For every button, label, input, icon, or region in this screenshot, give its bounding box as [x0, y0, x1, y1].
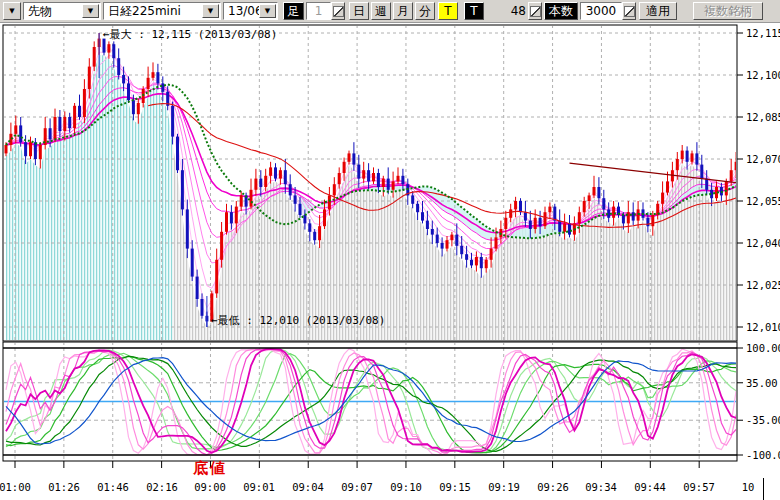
chevron-down-icon: ▼ — [82, 4, 99, 18]
window-edge-divider — [763, 478, 764, 500]
symbol-select[interactable]: 日経225mini ▼ — [103, 2, 221, 20]
toolbar: ▼ 先物 ▼ 日経225mini ▼ 13/06 ▼ 足 1 日 週 月 分 T… — [0, 0, 780, 23]
price-axis-label: 12,010 — [746, 321, 780, 333]
price-axis-label: 12,040 — [746, 237, 780, 249]
price-axis-label: 12,055 — [746, 195, 780, 207]
multi-symbol-button[interactable]: 複数銘柄 — [693, 2, 763, 20]
tick-count-spinner[interactable] — [528, 2, 542, 20]
time-axis-label: 09:04 — [288, 481, 328, 493]
time-axis-label: 09:00 — [190, 481, 230, 493]
apply-button[interactable]: 適用 — [639, 2, 677, 20]
time-axis-label: 09:57 — [679, 481, 719, 493]
price-axis-label: 12,085 — [746, 111, 780, 123]
tick-mode-button[interactable]: T — [464, 2, 484, 20]
bar-count-button[interactable]: 本数 — [544, 2, 578, 20]
symbol-value: 日経225mini — [108, 5, 181, 17]
time-axis-label: 01:00 — [0, 481, 35, 493]
time-axis-label: 09:10 — [386, 481, 426, 493]
low-annotation: ←最低 : 12,010 (2013/03/08) — [211, 313, 385, 328]
contract-month-select[interactable]: 13/06 ▼ — [223, 2, 278, 20]
oscillator-axis-label: 100.00 — [746, 342, 780, 354]
category-value: 先物 — [28, 5, 52, 17]
time-axis-label: 02:16 — [142, 481, 182, 493]
time-axis-label: 10 — [728, 481, 768, 493]
price-axis-label: 12,070 — [746, 153, 780, 165]
tab-weekly[interactable]: 週 — [371, 2, 391, 20]
bar-interval-spinner[interactable] — [331, 2, 345, 20]
time-axis-label: 09:44 — [630, 481, 670, 493]
time-axis-label: 01:46 — [93, 481, 133, 493]
oscillator-axis-label: -35.00 — [746, 414, 780, 426]
chevron-down-icon: ▼ — [259, 4, 276, 18]
price-axis-label: 12,115 — [746, 27, 780, 39]
high-annotation: ←最大 : 12,115 (2013/03/08) — [103, 27, 277, 42]
chevron-down-icon: ▼ — [9, 8, 14, 15]
tick-chart-button[interactable]: T — [438, 2, 458, 20]
time-axis-label: 09:19 — [484, 481, 524, 493]
oscillator-axis-label: 35.00 — [746, 377, 780, 389]
time-axis-label: 01:26 — [44, 481, 84, 493]
chart-canvas — [0, 0, 780, 500]
tab-monthly[interactable]: 月 — [393, 2, 413, 20]
spinner-icon — [624, 6, 635, 17]
time-axis-label: 09:34 — [581, 481, 621, 493]
oscillator-axis-label: -100.00 — [746, 449, 780, 461]
bar-count-field[interactable]: 3000 — [580, 2, 622, 20]
trading-chart-window: ▼ 先物 ▼ 日経225mini ▼ 13/06 ▼ 足 1 日 週 月 分 T… — [0, 0, 780, 500]
time-axis-label: 09:15 — [435, 481, 475, 493]
category-select[interactable]: 先物 ▼ — [23, 2, 101, 20]
time-axis-label: 09:07 — [337, 481, 377, 493]
price-axis-label: 12,025 — [746, 279, 780, 291]
chevron-down-icon: ▼ — [202, 4, 219, 18]
spinner-icon — [530, 6, 541, 17]
time-axis-label: 09:01 — [239, 481, 279, 493]
bar-interval-field[interactable]: 1 — [306, 2, 331, 20]
bar-count-spinner[interactable] — [622, 2, 636, 20]
tab-daily[interactable]: 日 — [349, 2, 369, 20]
tab-minute[interactable]: 分 — [415, 2, 435, 20]
spinner-icon — [333, 6, 344, 17]
price-axis-label: 12,100 — [746, 69, 780, 81]
tick-count-field[interactable]: 48 — [502, 2, 528, 20]
contract-value: 13/06 — [228, 5, 263, 17]
toolbar-collapse-dropdown[interactable]: ▼ — [3, 2, 21, 20]
bottom-price-annotation: 底値 — [193, 459, 227, 478]
time-axis-label: 09:26 — [533, 481, 573, 493]
bar-type-button[interactable]: 足 — [283, 2, 304, 20]
